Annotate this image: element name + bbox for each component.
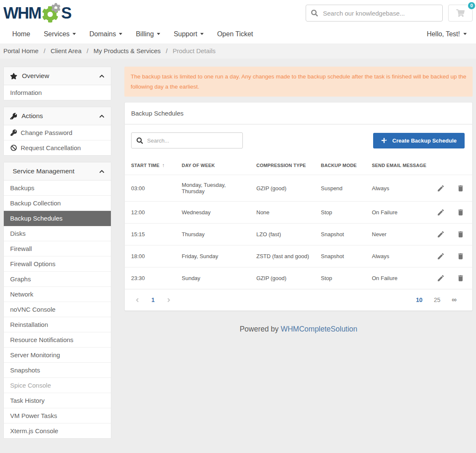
- sidebar-item-label: Spice Console: [10, 382, 51, 389]
- table-search-input[interactable]: [147, 138, 237, 144]
- pagination-next-button[interactable]: [167, 297, 171, 303]
- nav-label: Support: [174, 30, 197, 38]
- sidebar-group-overview: Overview Information: [3, 67, 111, 100]
- pagination-page-1[interactable]: 1: [151, 297, 155, 303]
- cart-count-badge: 0: [467, 1, 476, 10]
- sidebar-item-label: Reinstallation: [10, 321, 48, 328]
- edit-icon[interactable]: [437, 230, 445, 238]
- sidebar-item-firewall[interactable]: Firewall: [4, 241, 111, 256]
- delete-icon[interactable]: [457, 208, 465, 216]
- cell-compression-type: None: [252, 202, 317, 224]
- cell-start-time: 12:00: [125, 202, 177, 224]
- sidebar-item-request-cancellation[interactable]: Request Cancellation: [4, 140, 111, 155]
- column-backup-mode[interactable]: BACKUP MODE: [317, 156, 368, 175]
- whmcompletesolution-link[interactable]: WHMCompleteSolution: [281, 325, 358, 333]
- sidebar-item-disks[interactable]: Disks: [4, 226, 111, 241]
- sidebar-item-label: Task History: [10, 397, 45, 404]
- sidebar-item-vm-power-tasks[interactable]: VM Power Tasks: [4, 408, 111, 423]
- key-icon: [10, 129, 17, 136]
- sidebar-item-label: Firewall Options: [10, 260, 56, 267]
- edit-icon[interactable]: [437, 252, 445, 260]
- column-label: COMPRESSION TYPE: [256, 163, 306, 168]
- delete-icon[interactable]: [457, 230, 465, 238]
- chevron-up-icon: [99, 169, 105, 174]
- sidebar-item-backup-collection[interactable]: Backup Collection: [4, 196, 111, 211]
- breadcrumb-portal-home[interactable]: Portal Home: [3, 47, 38, 54]
- cell-compression-type: LZO (fast): [252, 224, 317, 245]
- page-size-all[interactable]: ∞: [452, 296, 457, 304]
- knowledgebase-search-input[interactable]: [323, 10, 437, 17]
- nav-item-domains[interactable]: Domains: [85, 28, 127, 40]
- cell-send-email: On Failure: [368, 267, 430, 289]
- edit-icon[interactable]: [437, 208, 445, 216]
- delete-icon[interactable]: [457, 274, 465, 282]
- create-button-label: Create Backup Schedule: [393, 138, 457, 144]
- sidebar: Overview Information Actions: [3, 67, 111, 445]
- sidebar-item-server-monitoring[interactable]: Server Monitoring: [4, 348, 111, 363]
- sidebar-item-backups[interactable]: Backups: [4, 181, 111, 196]
- sidebar-item-resource-notifications[interactable]: Resource Notifications: [4, 332, 111, 348]
- cell-backup-mode: Snapshot: [317, 224, 368, 245]
- backup-schedules-table: START TIME↑ DAY OF WEEK COMPRESSION TYPE…: [125, 156, 472, 289]
- sidebar-item-network[interactable]: Network: [4, 287, 111, 302]
- pagination-prev-button[interactable]: [135, 297, 139, 303]
- delete-icon[interactable]: [457, 184, 465, 192]
- page-size-10[interactable]: 10: [416, 297, 422, 303]
- breadcrumb-separator: /: [44, 47, 46, 54]
- sidebar-item-change-password[interactable]: Change Password: [4, 125, 111, 140]
- sidebar-group-overview-header[interactable]: Overview: [4, 67, 111, 85]
- whmcs-logo[interactable]: WHM S: [3, 3, 71, 23]
- column-day-of-week[interactable]: DAY OF WEEK: [177, 156, 252, 175]
- sidebar-item-label: Backup Collection: [10, 200, 61, 207]
- user-menu-label: Hello, Test!: [427, 30, 460, 38]
- sidebar-item-novnc-console[interactable]: noVNC Console: [4, 302, 111, 317]
- cell-day-of-week: Sunday: [177, 267, 252, 289]
- nav-label: Domains: [89, 30, 116, 38]
- nav-item-open-ticket[interactable]: Open Ticket: [212, 28, 258, 40]
- delete-icon[interactable]: [457, 252, 465, 260]
- edit-icon[interactable]: [437, 274, 445, 282]
- create-backup-schedule-button[interactable]: Create Backup Schedule: [373, 133, 465, 148]
- pagination: 1: [131, 297, 171, 303]
- sidebar-item-label: Network: [10, 291, 33, 298]
- plus-icon: [381, 138, 387, 143]
- column-send-email-message[interactable]: SEND EMAIL MESSAGE: [368, 156, 430, 175]
- sidebar-item-label: VM Power Tasks: [10, 412, 57, 419]
- nav-label: Services: [44, 30, 70, 38]
- cart-icon: [456, 9, 465, 17]
- breadcrumb-my-products-services[interactable]: My Products & Services: [94, 47, 161, 54]
- edit-icon[interactable]: [437, 184, 445, 192]
- sidebar-item-firewall-options[interactable]: Firewall Options: [4, 256, 111, 272]
- caret-down-icon: [73, 33, 76, 35]
- breadcrumb-client-area[interactable]: Client Area: [51, 47, 81, 54]
- user-menu[interactable]: Hello, Test!: [427, 30, 467, 38]
- nav-item-services[interactable]: Services: [39, 28, 81, 40]
- nav-item-home[interactable]: Home: [8, 28, 35, 40]
- sort-ascending-icon: ↑: [162, 162, 164, 168]
- main-column: The backup task is limited to one run a …: [124, 67, 473, 351]
- panel-title: Backup Schedules: [125, 102, 472, 124]
- sidebar-group-actions-header[interactable]: Actions: [4, 107, 111, 125]
- column-start-time[interactable]: START TIME↑: [125, 156, 177, 175]
- sidebar-item-xtermjs-console[interactable]: Xterm.js Console: [4, 423, 111, 438]
- sidebar-item-backup-schedules[interactable]: Backup Schedules: [4, 211, 111, 226]
- cart-button[interactable]: 0: [448, 5, 473, 22]
- sidebar-item-task-history[interactable]: Task History: [4, 393, 111, 408]
- nav-item-support[interactable]: Support: [169, 28, 208, 40]
- sidebar-item-reinstallation[interactable]: Reinstallation: [4, 317, 111, 332]
- sidebar-item-label: Backup Schedules: [10, 215, 62, 222]
- nav-label: Home: [12, 30, 30, 38]
- sidebar-group-service-management-header[interactable]: Service Management: [4, 162, 111, 181]
- powered-by: Powered by WHMCompleteSolution: [124, 325, 473, 334]
- cell-start-time: 15:15: [125, 224, 177, 245]
- caret-down-icon: [157, 33, 160, 35]
- sidebar-item-snapshots[interactable]: Snapshots: [4, 363, 111, 378]
- column-compression-type[interactable]: COMPRESSION TYPE: [252, 156, 317, 175]
- caret-down-icon: [200, 33, 204, 35]
- nav-item-billing[interactable]: Billing: [131, 28, 165, 40]
- sidebar-item-graphs[interactable]: Graphs: [4, 272, 111, 287]
- knowledgebase-search: [306, 5, 443, 22]
- page-size-25[interactable]: 25: [434, 297, 441, 303]
- sidebar-item-information[interactable]: Information: [4, 85, 111, 100]
- sidebar-item-spice-console[interactable]: Spice Console: [4, 378, 111, 393]
